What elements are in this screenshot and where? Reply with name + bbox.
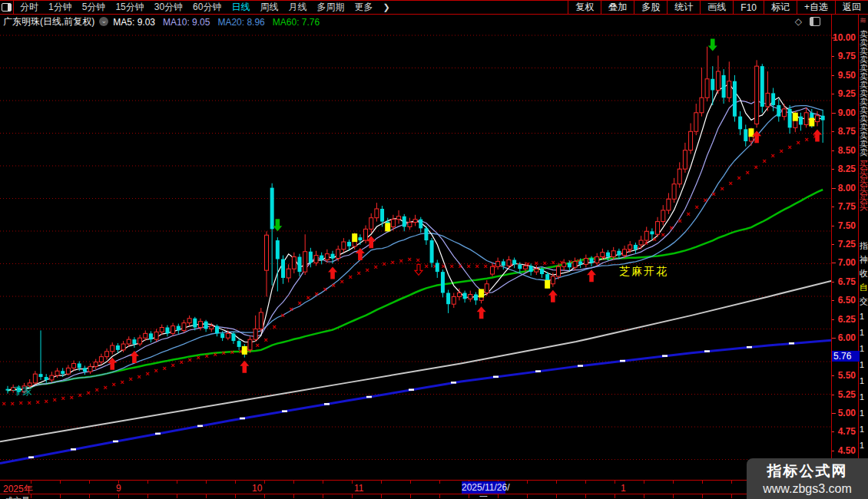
tab-1分钟[interactable]: 1分钟 [48, 1, 72, 14]
tab-周线[interactable]: 周线 [260, 1, 278, 14]
more-chevron-icon[interactable]: ❯ [383, 2, 389, 12]
candle-up [611, 251, 615, 257]
button-F10[interactable]: F10 [733, 1, 764, 14]
xline-mark: × [390, 259, 394, 266]
xline-mark: × [678, 217, 681, 225]
subpane-tick [615, 494, 615, 498]
tab-分时[interactable]: 分时 [20, 1, 38, 14]
candle-down [177, 326, 181, 331]
tab-5分钟[interactable]: 5分钟 [82, 1, 106, 14]
price-tick [832, 207, 834, 207]
candle-up [408, 223, 412, 227]
xline-mark: × [18, 399, 22, 407]
clipped-glyph: 买 [860, 203, 868, 211]
yellow-signal-mark [242, 346, 247, 355]
candle-up [66, 368, 70, 374]
candle-up [287, 269, 290, 278]
candle-up [127, 339, 131, 344]
button-复权[interactable]: 复权 [568, 1, 601, 14]
date-tick [731, 481, 732, 484]
button-叠加[interactable]: 叠加 [601, 1, 634, 14]
diamond-icon[interactable]: ◇ [795, 16, 802, 27]
tab-更多[interactable]: 更多 [354, 1, 373, 14]
candle-down [281, 259, 285, 278]
blue-ma-dash [747, 346, 752, 349]
subpane-tick [60, 494, 61, 498]
candle-down [474, 294, 478, 300]
tab-60分钟[interactable]: 60分钟 [193, 1, 221, 14]
xline-mark: × [306, 294, 310, 302]
candle-up [573, 261, 577, 267]
price-tick [832, 282, 834, 283]
candle-up [689, 131, 693, 150]
buy-arrow-icon [240, 361, 249, 373]
candle-down [777, 105, 780, 117]
date-tick [585, 481, 586, 484]
candle-up [496, 261, 500, 266]
tab-月线[interactable]: 月线 [288, 1, 306, 14]
subpane-tick [702, 494, 703, 498]
xline-mark: × [263, 336, 267, 344]
candle-down [441, 272, 445, 292]
clipped-glyph: 1 [860, 345, 864, 353]
split-panel-icon[interactable] [810, 17, 820, 26]
date-tick [293, 481, 294, 484]
candle-up [88, 366, 92, 372]
date-tick [206, 481, 207, 484]
xline-break-arrow-icon [415, 264, 422, 275]
yellow-signal-mark [385, 223, 390, 231]
date-tick [147, 481, 148, 484]
candle-up [700, 97, 704, 113]
chart-svg: ××××××××××××××××××××××××××××××××××××××××… [0, 28, 831, 480]
date-tick [352, 481, 353, 484]
candle-up [364, 229, 368, 240]
button-多股[interactable]: 多股 [634, 1, 667, 14]
candle-up [391, 220, 395, 227]
tab-多周期[interactable]: 多周期 [316, 1, 344, 14]
candle-up [628, 245, 632, 250]
candle-up [336, 250, 340, 259]
button-画线[interactable]: 画线 [700, 1, 733, 14]
candle-up [535, 269, 538, 272]
tab-日线[interactable]: 日线 [231, 1, 250, 14]
xline-mark: × [770, 152, 774, 160]
candle-up [804, 113, 808, 125]
xline-mark: × [787, 144, 791, 151]
candlestick-chart[interactable]: ××××××××××××××××××××××××××××××××××××××××… [0, 28, 831, 480]
candle-down [529, 266, 533, 272]
clipped-glyph: 1 [860, 329, 864, 337]
window-panel-button[interactable] [0, 1, 14, 14]
price-axis: 10.009.759.509.259.008.758.508.258.007.7… [831, 15, 859, 480]
candle-up [469, 294, 472, 299]
price-label: 8.25 [838, 164, 856, 173]
subpane-tick [410, 494, 411, 498]
xline-mark: × [120, 378, 124, 386]
candle-down [512, 259, 516, 264]
blue-ma-dash [535, 370, 541, 372]
toolbar-right-buttons: 复权叠加多股统计画线F10标记+自选返回 [568, 1, 868, 14]
price-tick [832, 131, 834, 132]
date-label: 1 [621, 483, 626, 494]
candle-down [149, 333, 153, 339]
tab-30分钟[interactable]: 30分钟 [154, 1, 183, 14]
price-label: 9.00 [838, 108, 856, 117]
xline-mark: × [94, 386, 98, 394]
xline-mark: × [711, 190, 715, 198]
date-label: 2025年 [3, 483, 33, 496]
xline-mark: × [652, 236, 656, 243]
clipped-glyph: 1 [860, 425, 864, 434]
chevron-down-icon[interactable]: ⌄ [99, 17, 108, 26]
candle-up [121, 344, 125, 350]
candle-down [215, 326, 219, 334]
blue-ma-dash [324, 403, 330, 405]
date-tick [60, 481, 61, 484]
xline-mark: × [745, 169, 749, 177]
date-tick [673, 481, 674, 484]
button-返回[interactable]: 返回 [835, 1, 868, 14]
button-统计[interactable]: 统计 [667, 1, 700, 14]
subpane-tick [585, 494, 586, 498]
button-+自选[interactable]: +自选 [797, 1, 835, 14]
tab-15分钟[interactable]: 15分钟 [115, 1, 144, 14]
xline-mark: × [661, 231, 664, 239]
button-标记[interactable]: 标记 [764, 1, 797, 14]
